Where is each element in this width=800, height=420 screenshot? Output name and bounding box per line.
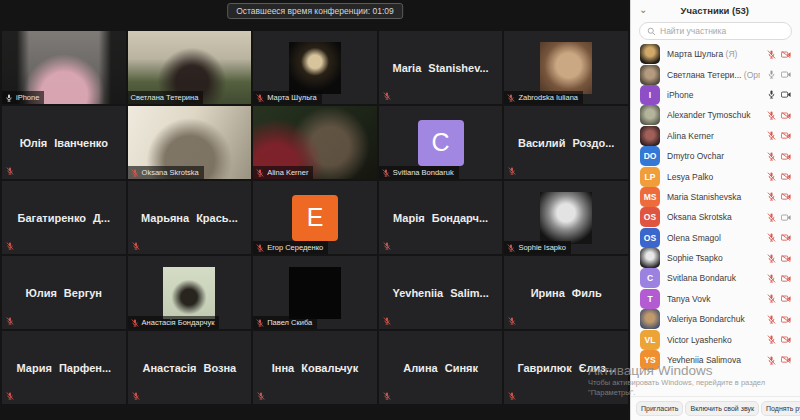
mic-off-icon (767, 111, 776, 120)
participant-tile[interactable]: Павел Скиба (253, 256, 377, 329)
avatar: VL (640, 330, 660, 350)
mic-off-icon (256, 244, 264, 252)
participant-row[interactable]: OSOksana Skrotska (631, 207, 800, 227)
status-icons (767, 254, 791, 263)
mic-off-icon (767, 131, 776, 140)
mic-off-icon (256, 169, 264, 177)
tile-name-label: Oksana Skrotska (128, 166, 204, 179)
tile-name-label: Alina Kerner (253, 166, 313, 179)
participant-row[interactable]: YSYevheniia Salimova (631, 350, 800, 370)
participant-row[interactable]: Марта Шульга (Я) (631, 44, 800, 64)
raise-hand-button[interactable]: Поднять руку (761, 401, 800, 416)
mic-off-icon (767, 233, 776, 242)
avatar (540, 192, 592, 244)
participant-tile[interactable]: Мария Парфен... (2, 331, 126, 404)
participant-tile[interactable]: Юлія Іванченко (2, 106, 126, 179)
participant-name: Марьяна Крась... (128, 181, 252, 254)
mic-off-icon (508, 317, 516, 325)
status-icons (767, 111, 791, 120)
participant-row[interactable]: VLVictor Lyashenko (631, 329, 800, 349)
participant-tile[interactable]: Гаврилюк Єлиз... (504, 331, 628, 404)
mic-icon (767, 70, 776, 79)
participant-name: Maria Stanishev... (379, 31, 503, 104)
participant-tile[interactable]: Alina Kerner (253, 106, 377, 179)
mic-off-icon (767, 294, 776, 303)
participant-tile[interactable]: Oksana Skrotska (128, 106, 252, 179)
participant-name: Oksana Skrotska (667, 212, 760, 222)
participant-name: Zabrodska Iuliana (518, 93, 578, 102)
participant-row[interactable]: Valeriya Bondarchuk (631, 309, 800, 329)
mic-off-icon (508, 392, 516, 400)
participant-tile[interactable]: iPhone (2, 31, 126, 104)
participant-row[interactable]: LPLesya Palko (631, 166, 800, 186)
participant-tile[interactable]: Анастасія Возна (128, 331, 252, 404)
participant-name: Olena Smagol (667, 233, 760, 243)
avatar (640, 44, 660, 64)
participant-name: Інна Ковальчук (253, 331, 377, 404)
participant-row[interactable]: OSOlena Smagol (631, 228, 800, 248)
participant-name: Maria Stanishevska (667, 192, 760, 202)
participant-name: Марта Шульга (Я) (667, 49, 760, 59)
invite-button[interactable]: Пригласить (636, 401, 683, 416)
participant-name: Tanya Vovk (667, 294, 760, 304)
avatar: LP (640, 167, 660, 187)
participant-row[interactable]: CSvitlana Bondaruk (631, 268, 800, 288)
mic-off-icon (383, 317, 391, 325)
participant-row[interactable]: Светлана Тетери... (Организатор) (631, 64, 800, 84)
participant-name: Юлия Вергун (2, 256, 126, 329)
participant-row[interactable]: IiPhone (631, 85, 800, 105)
mic-off-icon (767, 152, 776, 161)
participant-row[interactable]: TTanya Vovk (631, 289, 800, 309)
participant-tile[interactable]: Марта Шульга (253, 31, 377, 104)
participant-row[interactable]: DODmytro Ovchar (631, 146, 800, 166)
search-input[interactable] (660, 26, 784, 36)
search-box[interactable] (639, 22, 792, 40)
participant-tile[interactable]: Марія Бондарч... (379, 181, 503, 254)
avatar (640, 248, 660, 268)
tile-name-label: Павел Скиба (253, 316, 317, 329)
status-icons (767, 315, 791, 324)
participant-tile[interactable]: CSvitlana Bondaruk (379, 106, 503, 179)
avatar (640, 105, 660, 125)
participant-row[interactable]: Alina Kerner (631, 126, 800, 146)
unmute-button[interactable]: Включить свой звук (685, 401, 759, 416)
participant-role: (Организатор) (741, 70, 760, 80)
participant-tile[interactable]: Інна Ковальчук (253, 331, 377, 404)
mic-off-icon (131, 169, 139, 177)
participant-name: Марта Шульга (267, 93, 317, 102)
participant-tile[interactable]: Yevheniia Salim... (379, 256, 503, 329)
avatar (289, 42, 341, 94)
avatar: OS (640, 228, 660, 248)
participant-name: Valeriya Bondarchuk (667, 314, 760, 324)
participant-row[interactable]: Alexander Tymoschuk (631, 105, 800, 125)
participant-tile[interactable]: Zabrodska Iuliana (504, 31, 628, 104)
participant-tile[interactable]: Maria Stanishev... (379, 31, 503, 104)
mic-off-icon (507, 94, 515, 102)
participant-tile[interactable]: Анастасія Бондарчук (128, 256, 252, 329)
participant-name: Sophie Tsapko (667, 253, 760, 263)
participant-tile[interactable]: EЕгор Середенко (253, 181, 377, 254)
status-icons (767, 233, 791, 242)
mic-off-icon (767, 356, 776, 365)
participants-panel: ⌄ Участники (53) Марта Шульга (Я)Светлан… (630, 0, 800, 420)
participant-tile[interactable]: Василий Роздо... (504, 106, 628, 179)
participant-tile[interactable]: Юлия Вергун (2, 256, 126, 329)
participant-tile[interactable]: Багатиренко Д... (2, 181, 126, 254)
avatar (640, 65, 660, 85)
mic-icon (5, 94, 13, 102)
camera-off-icon (781, 153, 791, 160)
chevron-down-icon[interactable]: ⌄ (639, 5, 647, 15)
participant-name: Svitlana Bondaruk (667, 273, 760, 283)
participant-name: iPhone (16, 93, 39, 102)
participant-row[interactable]: MSMaria Stanishevska (631, 187, 800, 207)
participant-tile[interactable]: Марьяна Крась... (128, 181, 252, 254)
participant-row[interactable]: Sophie Tsapko (631, 248, 800, 268)
participants-list: Марта Шульга (Я)Светлана Тетери... (Орга… (631, 44, 800, 396)
mic-off-icon (507, 244, 515, 252)
participant-tile[interactable]: Sophie Isapko (504, 181, 628, 254)
mic-off-icon (767, 172, 776, 181)
participant-tile[interactable]: Светлана Тетерина (128, 31, 252, 104)
mic-off-icon (767, 213, 776, 222)
participant-tile[interactable]: Алина Синяк (379, 331, 503, 404)
participant-tile[interactable]: Ирина Филь (504, 256, 628, 329)
